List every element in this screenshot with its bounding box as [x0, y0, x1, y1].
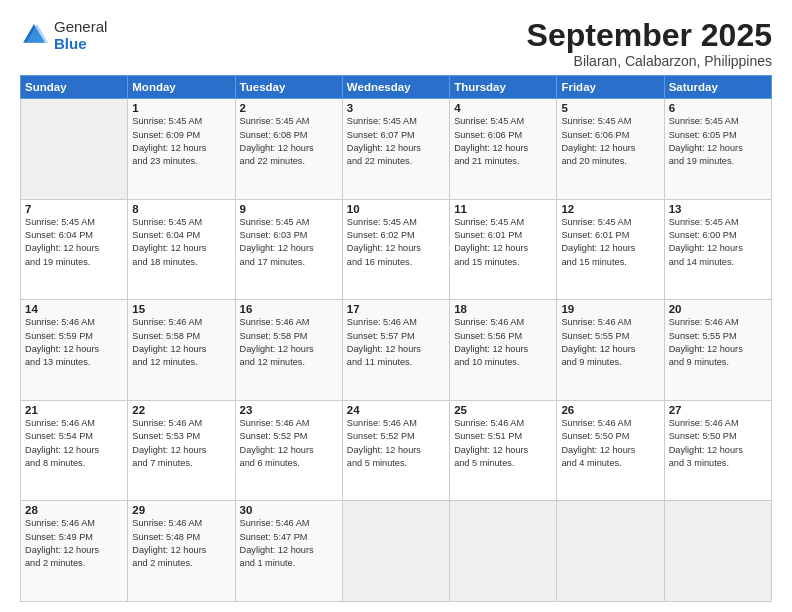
month-title: September 2025	[527, 18, 772, 53]
day-number: 24	[347, 404, 445, 416]
day-number: 25	[454, 404, 552, 416]
day-number: 28	[25, 504, 123, 516]
day-info: Sunrise: 5:45 AM Sunset: 6:03 PM Dayligh…	[240, 216, 338, 269]
calendar-cell: 28Sunrise: 5:46 AM Sunset: 5:49 PM Dayli…	[21, 501, 128, 602]
calendar-cell: 24Sunrise: 5:46 AM Sunset: 5:52 PM Dayli…	[342, 400, 449, 501]
calendar-week-row: 7Sunrise: 5:45 AM Sunset: 6:04 PM Daylig…	[21, 199, 772, 300]
calendar-cell: 19Sunrise: 5:46 AM Sunset: 5:55 PM Dayli…	[557, 300, 664, 401]
calendar-cell: 9Sunrise: 5:45 AM Sunset: 6:03 PM Daylig…	[235, 199, 342, 300]
day-info: Sunrise: 5:46 AM Sunset: 5:54 PM Dayligh…	[25, 417, 123, 470]
day-info: Sunrise: 5:46 AM Sunset: 5:49 PM Dayligh…	[25, 517, 123, 570]
day-number: 15	[132, 303, 230, 315]
day-number: 26	[561, 404, 659, 416]
calendar-week-row: 21Sunrise: 5:46 AM Sunset: 5:54 PM Dayli…	[21, 400, 772, 501]
day-info: Sunrise: 5:46 AM Sunset: 5:59 PM Dayligh…	[25, 316, 123, 369]
day-info: Sunrise: 5:45 AM Sunset: 6:01 PM Dayligh…	[561, 216, 659, 269]
day-number: 7	[25, 203, 123, 215]
day-info: Sunrise: 5:45 AM Sunset: 6:01 PM Dayligh…	[454, 216, 552, 269]
day-info: Sunrise: 5:46 AM Sunset: 5:55 PM Dayligh…	[561, 316, 659, 369]
calendar-cell: 25Sunrise: 5:46 AM Sunset: 5:51 PM Dayli…	[450, 400, 557, 501]
calendar-cell: 2Sunrise: 5:45 AM Sunset: 6:08 PM Daylig…	[235, 99, 342, 200]
weekday-header: Saturday	[664, 76, 771, 99]
calendar-week-row: 28Sunrise: 5:46 AM Sunset: 5:49 PM Dayli…	[21, 501, 772, 602]
calendar-cell: 27Sunrise: 5:46 AM Sunset: 5:50 PM Dayli…	[664, 400, 771, 501]
day-info: Sunrise: 5:46 AM Sunset: 5:50 PM Dayligh…	[669, 417, 767, 470]
calendar-cell: 11Sunrise: 5:45 AM Sunset: 6:01 PM Dayli…	[450, 199, 557, 300]
weekday-header-row: SundayMondayTuesdayWednesdayThursdayFrid…	[21, 76, 772, 99]
day-info: Sunrise: 5:45 AM Sunset: 6:06 PM Dayligh…	[561, 115, 659, 168]
day-number: 11	[454, 203, 552, 215]
logo-blue: Blue	[54, 35, 107, 52]
calendar-cell: 22Sunrise: 5:46 AM Sunset: 5:53 PM Dayli…	[128, 400, 235, 501]
day-number: 22	[132, 404, 230, 416]
logo: General Blue	[20, 18, 107, 53]
day-info: Sunrise: 5:46 AM Sunset: 5:56 PM Dayligh…	[454, 316, 552, 369]
calendar-week-row: 14Sunrise: 5:46 AM Sunset: 5:59 PM Dayli…	[21, 300, 772, 401]
weekday-header: Thursday	[450, 76, 557, 99]
day-number: 19	[561, 303, 659, 315]
day-number: 10	[347, 203, 445, 215]
calendar-cell: 5Sunrise: 5:45 AM Sunset: 6:06 PM Daylig…	[557, 99, 664, 200]
calendar-cell: 6Sunrise: 5:45 AM Sunset: 6:05 PM Daylig…	[664, 99, 771, 200]
day-info: Sunrise: 5:46 AM Sunset: 5:57 PM Dayligh…	[347, 316, 445, 369]
day-info: Sunrise: 5:45 AM Sunset: 6:07 PM Dayligh…	[347, 115, 445, 168]
day-info: Sunrise: 5:46 AM Sunset: 5:58 PM Dayligh…	[132, 316, 230, 369]
day-number: 29	[132, 504, 230, 516]
calendar-cell: 10Sunrise: 5:45 AM Sunset: 6:02 PM Dayli…	[342, 199, 449, 300]
calendar-cell: 17Sunrise: 5:46 AM Sunset: 5:57 PM Dayli…	[342, 300, 449, 401]
calendar-cell: 18Sunrise: 5:46 AM Sunset: 5:56 PM Dayli…	[450, 300, 557, 401]
calendar-cell: 8Sunrise: 5:45 AM Sunset: 6:04 PM Daylig…	[128, 199, 235, 300]
calendar-cell: 15Sunrise: 5:46 AM Sunset: 5:58 PM Dayli…	[128, 300, 235, 401]
calendar-week-row: 1Sunrise: 5:45 AM Sunset: 6:09 PM Daylig…	[21, 99, 772, 200]
logo-text: General Blue	[54, 18, 107, 53]
calendar-cell: 12Sunrise: 5:45 AM Sunset: 6:01 PM Dayli…	[557, 199, 664, 300]
calendar-cell	[342, 501, 449, 602]
day-number: 16	[240, 303, 338, 315]
day-number: 18	[454, 303, 552, 315]
calendar-cell: 1Sunrise: 5:45 AM Sunset: 6:09 PM Daylig…	[128, 99, 235, 200]
day-info: Sunrise: 5:45 AM Sunset: 6:04 PM Dayligh…	[25, 216, 123, 269]
subtitle: Bilaran, Calabarzon, Philippines	[527, 53, 772, 69]
weekday-header: Wednesday	[342, 76, 449, 99]
day-info: Sunrise: 5:46 AM Sunset: 5:48 PM Dayligh…	[132, 517, 230, 570]
day-info: Sunrise: 5:46 AM Sunset: 5:51 PM Dayligh…	[454, 417, 552, 470]
day-number: 14	[25, 303, 123, 315]
day-info: Sunrise: 5:45 AM Sunset: 6:08 PM Dayligh…	[240, 115, 338, 168]
weekday-header: Monday	[128, 76, 235, 99]
calendar-cell: 16Sunrise: 5:46 AM Sunset: 5:58 PM Dayli…	[235, 300, 342, 401]
day-info: Sunrise: 5:45 AM Sunset: 6:05 PM Dayligh…	[669, 115, 767, 168]
day-info: Sunrise: 5:45 AM Sunset: 6:04 PM Dayligh…	[132, 216, 230, 269]
day-number: 2	[240, 102, 338, 114]
calendar-cell	[664, 501, 771, 602]
weekday-header: Friday	[557, 76, 664, 99]
calendar-cell	[21, 99, 128, 200]
day-info: Sunrise: 5:46 AM Sunset: 5:58 PM Dayligh…	[240, 316, 338, 369]
weekday-header: Tuesday	[235, 76, 342, 99]
day-number: 8	[132, 203, 230, 215]
calendar-cell	[557, 501, 664, 602]
weekday-header: Sunday	[21, 76, 128, 99]
calendar-cell: 20Sunrise: 5:46 AM Sunset: 5:55 PM Dayli…	[664, 300, 771, 401]
day-number: 23	[240, 404, 338, 416]
day-info: Sunrise: 5:46 AM Sunset: 5:50 PM Dayligh…	[561, 417, 659, 470]
day-number: 6	[669, 102, 767, 114]
page: General Blue September 2025 Bilaran, Cal…	[0, 0, 792, 612]
day-number: 3	[347, 102, 445, 114]
day-number: 4	[454, 102, 552, 114]
day-info: Sunrise: 5:45 AM Sunset: 6:00 PM Dayligh…	[669, 216, 767, 269]
day-number: 5	[561, 102, 659, 114]
calendar-cell: 7Sunrise: 5:45 AM Sunset: 6:04 PM Daylig…	[21, 199, 128, 300]
day-number: 1	[132, 102, 230, 114]
logo-icon	[20, 21, 48, 49]
day-number: 13	[669, 203, 767, 215]
day-number: 27	[669, 404, 767, 416]
day-info: Sunrise: 5:45 AM Sunset: 6:06 PM Dayligh…	[454, 115, 552, 168]
calendar-cell: 23Sunrise: 5:46 AM Sunset: 5:52 PM Dayli…	[235, 400, 342, 501]
calendar-cell: 21Sunrise: 5:46 AM Sunset: 5:54 PM Dayli…	[21, 400, 128, 501]
calendar-cell: 29Sunrise: 5:46 AM Sunset: 5:48 PM Dayli…	[128, 501, 235, 602]
day-number: 12	[561, 203, 659, 215]
calendar-cell: 30Sunrise: 5:46 AM Sunset: 5:47 PM Dayli…	[235, 501, 342, 602]
day-number: 17	[347, 303, 445, 315]
calendar-cell: 4Sunrise: 5:45 AM Sunset: 6:06 PM Daylig…	[450, 99, 557, 200]
day-info: Sunrise: 5:46 AM Sunset: 5:53 PM Dayligh…	[132, 417, 230, 470]
